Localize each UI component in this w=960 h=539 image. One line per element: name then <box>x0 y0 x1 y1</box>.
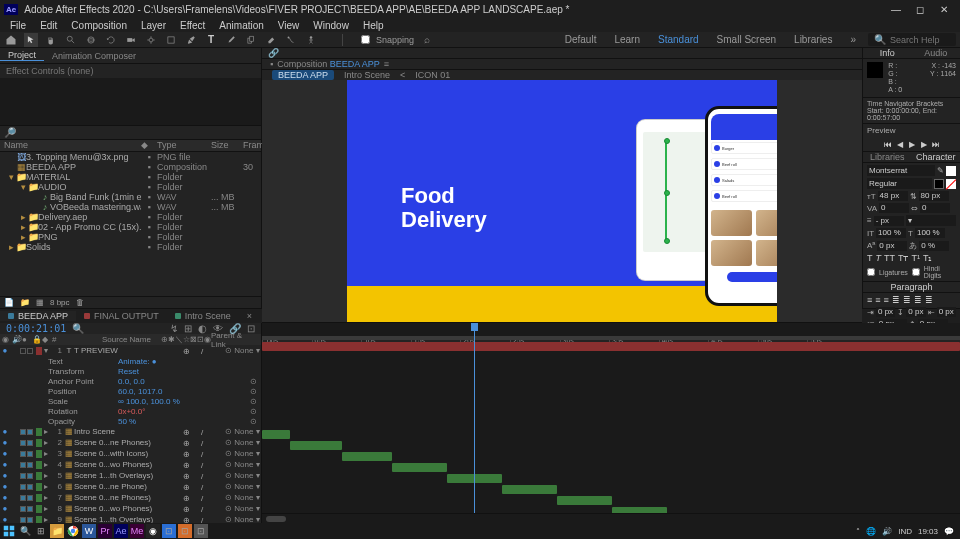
comp-panel-menu[interactable]: ≡ <box>384 59 389 69</box>
home-icon[interactable] <box>4 33 18 47</box>
project-item[interactable]: ▸ 📁 Solids ▪ Folder <box>0 242 261 252</box>
pan-behind-tool-icon[interactable] <box>144 33 158 47</box>
kerning-input[interactable]: 0 <box>879 203 909 213</box>
tab-info[interactable]: Info <box>863 48 912 58</box>
zoom-tool-icon[interactable] <box>64 33 78 47</box>
snapping-checkbox[interactable] <box>361 35 370 44</box>
tab-audio[interactable]: Audio <box>912 48 961 58</box>
roto-tool-icon[interactable] <box>284 33 298 47</box>
layer-bar[interactable] <box>392 463 447 472</box>
timeline-scrollbar-h[interactable] <box>262 513 960 523</box>
project-item[interactable]: ♪ VOBeeda mastering.wav ▪ WAV ... MB <box>0 202 261 212</box>
project-item[interactable]: ▸ 📁 Delivery.aep ▪ Folder <box>0 212 261 222</box>
rotation-tool-icon[interactable] <box>104 33 118 47</box>
selection-tool-icon[interactable] <box>24 33 38 47</box>
workspace-default[interactable]: Default <box>559 34 603 45</box>
next-frame-icon[interactable]: ▶ <box>919 139 929 149</box>
workspace-libraries[interactable]: Libraries <box>788 34 838 45</box>
timeline-layer[interactable]: ● ▸ 3▦ Scene 0...with Icons) ⊕/ ⊙ None ▾ <box>0 448 261 459</box>
font-family-select[interactable]: Montserrat <box>867 165 935 176</box>
layer-property[interactable]: Rotation0x+0.0°⊙ <box>0 406 261 416</box>
menu-window[interactable]: Window <box>307 20 355 31</box>
eraser-tool-icon[interactable] <box>264 33 278 47</box>
hscale-input[interactable]: 100 % <box>915 228 945 238</box>
taskbar-aftereffects-icon[interactable]: Ae <box>114 524 128 538</box>
menu-layer[interactable]: Layer <box>135 20 172 31</box>
tray-lang[interactable]: IND <box>898 527 912 536</box>
taskbar-word-icon[interactable]: W <box>82 524 96 538</box>
tab-character[interactable]: Character <box>912 152 961 162</box>
stroke-color[interactable] <box>934 179 944 189</box>
taskbar-taskview-icon[interactable]: ⊞ <box>34 524 48 538</box>
col-type[interactable]: Type <box>157 140 211 151</box>
hand-tool-icon[interactable] <box>44 33 58 47</box>
timeline-tracks[interactable]: :00s05s10s15s20s25s30s35s40s45s50s55s <box>262 323 960 523</box>
minimize-button[interactable]: — <box>884 4 908 15</box>
breadcrumb-intro[interactable]: Intro Scene <box>344 70 390 80</box>
last-frame-icon[interactable]: ⏭ <box>931 139 941 149</box>
proj-bpc[interactable]: 8 bpc <box>50 298 70 307</box>
align-center-icon[interactable]: ≡ <box>875 295 880 305</box>
layer-bar[interactable] <box>290 441 342 450</box>
composition-viewer[interactable]: Food Delivery Burger Beef roll Salads Be… <box>262 80 862 322</box>
type-tool-icon[interactable]: T <box>204 33 218 47</box>
taskbar-app-c[interactable]: ⊡ <box>194 524 208 538</box>
tl-icon-a[interactable]: ↯ <box>170 323 178 334</box>
shape-tool-icon[interactable] <box>164 33 178 47</box>
timeline-layer[interactable]: ● ▸ 4▦ Scene 0...wo Phones) ⊕/ ⊙ None ▾ <box>0 459 261 470</box>
proj-folder-icon[interactable]: 📁 <box>20 298 30 307</box>
timeline-layer[interactable]: ● ▸ 6▦ Scene 0...ne Phone) ⊕/ ⊙ None ▾ <box>0 481 261 492</box>
first-frame-icon[interactable]: ⏮ <box>883 139 893 149</box>
tray-volume-icon[interactable]: 🔊 <box>882 527 892 536</box>
baseline-input[interactable]: 0 px <box>877 241 907 251</box>
justify-center-icon[interactable]: ≣ <box>903 295 911 305</box>
proj-interpret-icon[interactable]: 📄 <box>4 298 14 307</box>
vscale-input[interactable]: 100 % <box>876 228 906 238</box>
timeline-layer[interactable]: ● ▾ 1T T PREVIEW ⊕/ ⊙ None ▾ <box>0 345 261 356</box>
effect-controls-tab[interactable]: Effect Controls (none) <box>0 64 261 78</box>
start-button[interactable] <box>2 524 16 538</box>
timeline-tab[interactable]: BEEDA APP <box>0 311 76 321</box>
align-left-icon[interactable]: ≡ <box>867 295 872 305</box>
play-icon[interactable]: ▶ <box>907 139 917 149</box>
breadcrumb-icon01[interactable]: ICON 01 <box>415 70 450 80</box>
project-item[interactable]: ▸ 📁 02 - App Promo CC (15x).aep ▪ Folder <box>0 222 261 232</box>
menu-file[interactable]: File <box>4 20 32 31</box>
menu-animation[interactable]: Animation <box>213 20 269 31</box>
ligatures-checkbox[interactable] <box>867 268 875 276</box>
breadcrumb-beeda[interactable]: BEEDA APP <box>272 70 334 80</box>
menu-effect[interactable]: Effect <box>174 20 211 31</box>
col-name[interactable]: Name <box>0 140 141 151</box>
comp-panel-name[interactable]: Composition BEEDA APP <box>277 59 380 69</box>
search-layers-icon[interactable]: 🔍 <box>72 323 84 334</box>
close-button[interactable]: ✕ <box>932 4 956 15</box>
menu-help[interactable]: Help <box>357 20 390 31</box>
timeline-layer[interactable]: ● ▸ 2▦ Scene 0...ne Phones) ⊕/ ⊙ None ▾ <box>0 437 261 448</box>
font-style-select[interactable]: Regular <box>867 178 932 189</box>
workspace-overflow[interactable]: » <box>844 34 862 45</box>
layer-bar[interactable] <box>342 452 392 461</box>
maximize-button[interactable]: ◻ <box>908 4 932 15</box>
project-item[interactable]: ♪ Big Band Funk (1min edit) - AllenGrey.… <box>0 192 261 202</box>
scrollbar-thumb[interactable] <box>266 516 286 522</box>
stroke-width-input[interactable]: - px <box>874 216 904 226</box>
puppet-tool-icon[interactable] <box>304 33 318 47</box>
taskbar-media-encoder-icon[interactable]: Me <box>130 524 144 538</box>
timeline-layer[interactable]: ● ▸ 1▦ Intro Scene ⊕/ ⊙ None ▾ <box>0 426 261 437</box>
workspace-learn[interactable]: Learn <box>608 34 646 45</box>
layer-bar[interactable] <box>262 342 960 351</box>
search-help[interactable]: 🔍 <box>868 33 956 46</box>
breadcrumb-back[interactable]: < <box>400 70 405 80</box>
justify-right-icon[interactable]: ≣ <box>914 295 922 305</box>
menu-composition[interactable]: Composition <box>65 20 133 31</box>
workspace-small-screen[interactable]: Small Screen <box>711 34 782 45</box>
current-time-indicator[interactable] <box>474 323 475 523</box>
pen-tool-icon[interactable] <box>184 33 198 47</box>
taskbar-explorer-icon[interactable]: 📁 <box>50 524 64 538</box>
subscript-icon[interactable]: T₁ <box>923 253 933 263</box>
justify-all-icon[interactable]: ≣ <box>925 295 933 305</box>
align-right-icon[interactable]: ≡ <box>884 295 889 305</box>
proj-trash-icon[interactable]: 🗑 <box>76 298 84 307</box>
taskbar-app-a[interactable]: ⊡ <box>162 524 176 538</box>
fill-color[interactable] <box>946 166 956 176</box>
